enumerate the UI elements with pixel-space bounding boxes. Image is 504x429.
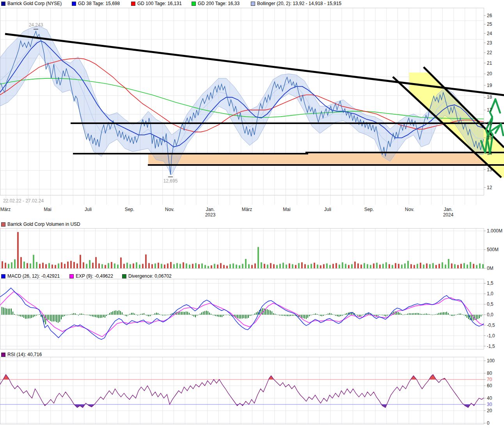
legend-item-symbol: Barrick Gold Corp (NYSE) (1, 1, 62, 6)
axis-tick-label: 0,0 (487, 312, 493, 317)
symbol-label: Barrick Gold Corp (NYSE) (7, 1, 62, 6)
volume-label: Barrick Gold Corp Volumen in USD (7, 222, 80, 227)
macd-histogram (2, 307, 483, 324)
axis-tick-label: 17 (487, 107, 492, 113)
volume-color-swatch-icon (1, 222, 5, 227)
date-range-label: 22.02.22 - 27.02.24 (3, 198, 44, 204)
legend-item-divergence: Divergence: 0,06702 (122, 273, 172, 279)
main-chart-legend: Barrick Gold Corp (NYSE) GD 38 Tage: 15,… (0, 0, 504, 7)
axis-tick-label: 0M (487, 266, 493, 271)
axis-tick-label: 25 (487, 21, 492, 27)
bollinger-label: Bollinger (20, 2): 13,92 - 14,918 - 15,9… (257, 1, 341, 6)
axis-tick-label: 14 (487, 151, 492, 156)
macd-label: MACD (26, 12): -0,42921 (7, 273, 60, 279)
rsi-legend: RSI (14): 40,716 (0, 351, 504, 358)
legend-item-gd200: GD 200 Tage: 16,33 (192, 1, 240, 6)
gd100-label: GD 100 Tage: 16,131 (137, 1, 182, 6)
axis-tick-label: 13 (487, 167, 492, 172)
orange-support-zone (148, 153, 487, 165)
axis-tick-label: 1.000M (487, 228, 502, 234)
macd-legend: MACD (26, 12): -0,42921 EXP (9): -0,4962… (0, 273, 504, 280)
month-label: Juli (85, 207, 92, 212)
axis-tick-label: -1,5 (487, 344, 495, 349)
bollinger-color-swatch-icon (251, 2, 255, 6)
axis-tick-label: 1,0 (487, 291, 493, 296)
axis-tick-label: 500M (487, 247, 499, 252)
axis-tick-label: 20 (487, 71, 492, 76)
gd38-color-swatch-icon (72, 2, 76, 6)
gd100-color-swatch-icon (131, 2, 135, 6)
month-label: Nov. (165, 207, 174, 212)
rsi-color-swatch-icon (1, 353, 5, 357)
axis-tick-label: 0,5 (487, 301, 493, 307)
month-label: Sep. (364, 207, 374, 212)
month-label: März (0, 207, 11, 212)
symbol-color-swatch-icon (1, 2, 5, 6)
axis-tick-label: 20 (487, 408, 492, 413)
axis-tick-label: 70 (487, 377, 492, 382)
legend-item-volume: Barrick Gold Corp Volumen in USD (1, 222, 80, 227)
axis-tick-label: 60 (487, 383, 492, 388)
legend-item-rsi: RSI (14): 40,716 (1, 352, 42, 357)
macd-color-swatch-icon (1, 274, 5, 278)
month-label: Juli (324, 207, 331, 212)
divergence-color-swatch-icon (122, 274, 126, 278)
axis-tick-label: 80 (487, 370, 492, 376)
low-price-label: 12,695 (163, 178, 178, 184)
legend-item-exp: EXP (9): -0,49622 (69, 273, 113, 279)
stock-chart-canvas: 24,24312,6952625242322212019181716151413… (0, 0, 504, 429)
month-label: Mai (283, 207, 290, 212)
axis-tick-label: 40 (487, 395, 492, 401)
axis-tick-label: 1,5 (487, 280, 493, 286)
stock-chart-page: { "header_legend": {"items": [ {"label":… (0, 0, 504, 429)
axis-tick-label: 100 (487, 358, 495, 363)
gd200-color-swatch-icon (192, 2, 196, 6)
legend-item-gd100: GD 100 Tage: 16,131 (131, 1, 182, 6)
legend-item-bollinger: Bollinger (20, 2): 13,92 - 14,918 - 15,9… (251, 1, 341, 6)
exp-color-swatch-icon (69, 274, 74, 278)
month-label: Mai (44, 207, 51, 212)
axis-tick-label: 22 (487, 50, 492, 55)
axis-tick-label: 0 (487, 420, 490, 426)
month-label: Nov. (405, 207, 414, 212)
axis-tick-label: 16 (487, 121, 492, 126)
legend-item-gd38: GD 38 Tage: 15,698 (72, 1, 120, 6)
axis-tick-label: 19 (487, 83, 492, 88)
axis-tick-label: 18 (487, 94, 492, 100)
axis-tick-label: 15 (487, 135, 492, 140)
high-price-label: 24,243 (29, 22, 43, 28)
volume-legend: Barrick Gold Corp Volumen in USD (0, 221, 504, 228)
gd38-label: GD 38 Tage: 15,698 (78, 1, 120, 6)
year-label: 2024 (443, 212, 454, 218)
rsi-label: RSI (14): 40,716 (7, 352, 42, 357)
axis-tick-label: 12 (487, 185, 492, 190)
axis-tick-label: -0,5 (487, 323, 495, 328)
divergence-label: Divergence: 0,06702 (128, 273, 172, 279)
month-label: März (242, 207, 252, 212)
axis-tick-label: 30 (487, 402, 492, 407)
axis-tick-label: -1,0 (487, 333, 495, 339)
exp-label: EXP (9): -0,49622 (76, 273, 113, 279)
axis-tick-label: 23 (487, 40, 492, 46)
axis-tick-label: 26 (487, 13, 492, 18)
volume-panel (2, 232, 484, 268)
gd200-label: GD 200 Tage: 16,33 (198, 1, 240, 6)
month-label: Jan. (444, 207, 453, 212)
month-label: Jan. (206, 207, 215, 212)
legend-item-macd: MACD (26, 12): -0,42921 (1, 273, 60, 279)
axis-tick-label: 21 (487, 60, 492, 66)
year-label: 2023 (205, 212, 216, 218)
axis-tick-label: 24 (487, 31, 492, 36)
month-label: Sep. (125, 207, 135, 212)
